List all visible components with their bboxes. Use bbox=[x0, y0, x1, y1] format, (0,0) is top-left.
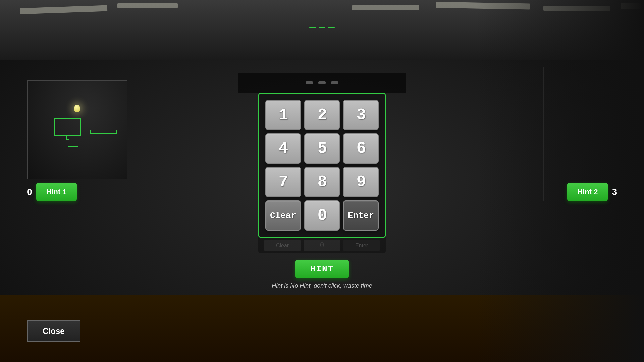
key-1[interactable]: 1 bbox=[265, 100, 301, 130]
indicator-dash-2 bbox=[319, 27, 325, 28]
keypad-display-top bbox=[238, 73, 406, 93]
hint1-button[interactable]: Hint 1 bbox=[36, 183, 77, 201]
clear-button[interactable]: Clear bbox=[265, 200, 301, 231]
display-dot-3 bbox=[331, 81, 338, 84]
keypad-body: 1 2 3 4 5 6 7 8 9 Clear 0 Enter bbox=[258, 93, 386, 238]
shadow-enter: Enter bbox=[343, 240, 380, 251]
key-0[interactable]: 0 bbox=[304, 200, 340, 231]
hanging-bulb bbox=[74, 84, 80, 112]
keypad-row-1: 1 2 3 bbox=[265, 100, 379, 130]
key-2[interactable]: 2 bbox=[304, 100, 340, 130]
key-7[interactable]: 7 bbox=[265, 167, 301, 197]
top-indicator bbox=[309, 27, 335, 28]
shadow-zero: 0 bbox=[304, 240, 340, 251]
key-8[interactable]: 8 bbox=[304, 167, 340, 197]
display-dot-1 bbox=[306, 81, 313, 84]
bulb-wire bbox=[77, 84, 77, 105]
monitor-outline bbox=[54, 118, 81, 136]
left-preview-panel bbox=[27, 80, 127, 179]
light-bulb bbox=[74, 105, 80, 112]
display-dot-2 bbox=[318, 81, 326, 84]
green-line-3 bbox=[116, 130, 117, 134]
green-line-4 bbox=[68, 146, 78, 147]
key-3[interactable]: 3 bbox=[343, 100, 379, 130]
hint-main-button[interactable]: HINT bbox=[295, 260, 349, 278]
indicator-dash-3 bbox=[328, 27, 335, 28]
green-line-1 bbox=[90, 133, 116, 134]
hint2-button[interactable]: Hint 2 bbox=[567, 183, 608, 201]
green-line-2 bbox=[90, 130, 91, 134]
key-6[interactable]: 6 bbox=[343, 133, 379, 164]
hint1-count: 0 bbox=[27, 187, 32, 197]
shadow-clear: Clear bbox=[264, 240, 301, 251]
keypad-shadow-row: Clear 0 Enter bbox=[258, 236, 386, 253]
keypad-container: 1 2 3 4 5 6 7 8 9 Clear 0 Enter Clear 0 … bbox=[238, 73, 406, 289]
keypad-row-3: 7 8 9 bbox=[265, 167, 379, 197]
indicator-dash-1 bbox=[309, 27, 316, 28]
key-5[interactable]: 5 bbox=[304, 133, 340, 164]
hint2-count: 3 bbox=[612, 187, 617, 197]
keypad-row-2: 4 5 6 bbox=[265, 133, 379, 164]
monitor-stand bbox=[66, 136, 69, 140]
hint2-area: Hint 2 3 bbox=[567, 183, 617, 201]
key-4[interactable]: 4 bbox=[265, 133, 301, 164]
enter-button[interactable]: Enter bbox=[343, 200, 379, 231]
preview-inner bbox=[28, 81, 127, 179]
close-button[interactable]: Close bbox=[27, 320, 80, 342]
keypad-row-4: Clear 0 Enter bbox=[265, 200, 379, 231]
hint-message: Hint is No Hint, don't click, waste time bbox=[272, 282, 372, 289]
key-9[interactable]: 9 bbox=[343, 167, 379, 197]
shelf-decoration bbox=[543, 67, 610, 201]
hint1-area: 0 Hint 1 bbox=[27, 183, 77, 201]
